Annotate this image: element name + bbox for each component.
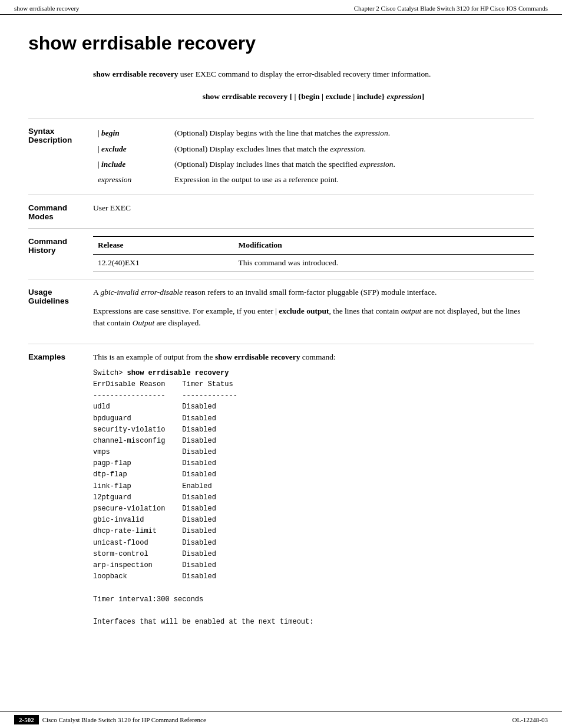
command-modes-value: User EXEC [93,203,131,212]
syntax-desc-expression: Expression in the output to use as a ref… [170,172,534,187]
usage-guidelines-content: A gbic-invalid error-disable reason refe… [93,286,534,337]
command-modes-label: Command Modes [28,202,93,221]
history-row-1: 12.2(40)EX1 This command was introduced. [93,254,534,271]
code-output: ErrDisable Reason Timer Status ---------… [93,380,313,626]
footer-center-text: Cisco Catalyst Blade Switch 3120 for HP … [42,716,206,723]
syntax-row-begin: | begin (Optional) Display begins with t… [93,126,534,141]
syntax-desc-begin: (Optional) Display begins with the line … [170,126,534,141]
history-header-row: Release Modification [93,236,534,254]
examples-intro: This is an example of output from the sh… [93,351,534,363]
footer-right-text: OL-12248-03 [513,716,548,723]
command-history-section: Command History Release Modification 12.… [28,228,534,279]
command-modes-content: User EXEC [93,202,534,221]
syntax-description-section: Syntax Description | begin (Optional) Di… [28,118,534,195]
intro-section: show errdisable recovery user EXEC comma… [93,68,534,80]
history-col-release: Release [93,236,234,254]
header-left: show errdisable recovery [14,5,80,12]
command-modes-section: Command Modes User EXEC [28,195,534,228]
usage-guidelines-label: Usage Guidelines [28,286,93,337]
syntax-description-content: | begin (Optional) Display begins with t… [93,126,534,187]
page-footer: 2-502 Cisco Catalyst Blade Switch 3120 f… [0,711,562,728]
page-title: show errdisable recovery [28,32,534,54]
history-table: Release Modification 12.2(40)EX1 This co… [93,236,534,272]
usage-guidelines-section: Usage Guidelines A gbic-invalid error-di… [28,279,534,344]
footer-left: 2-502 Cisco Catalyst Blade Switch 3120 f… [14,715,206,724]
examples-code-block: Switch> show errdisable recovery ErrDisa… [93,368,534,628]
examples-content: This is an example of output from the sh… [93,351,534,628]
history-mod-1: This command was introduced. [234,254,534,271]
header-right: Chapter 2 Cisco Catalyst Blade Switch 31… [354,5,548,12]
syntax-cmd: show errdisable recovery [ | {begin | ex… [203,92,424,101]
code-command: show errdisable recovery [127,369,229,377]
history-col-modification: Modification [234,236,534,254]
page-content: show errdisable recovery show errdisable… [0,15,562,670]
syntax-param-expression: expression [93,172,170,187]
syntax-param-exclude: | exclude [93,141,170,157]
syntax-row-include: | include (Optional) Display includes li… [93,157,534,172]
syntax-table: | begin (Optional) Display begins with t… [93,126,534,187]
footer-page-num: 2-502 [14,715,39,724]
intro-bold: show errdisable recovery [93,70,178,78]
syntax-row-exclude: | exclude (Optional) Display excludes li… [93,141,534,157]
syntax-description-label: Syntax Description [28,126,93,187]
history-release-1: 12.2(40)EX1 [93,254,234,271]
examples-section: Examples This is an example of output fr… [28,344,534,635]
command-history-content: Release Modification 12.2(40)EX1 This co… [93,236,534,272]
command-history-label: Command History [28,236,93,272]
syntax-param-begin: | begin [93,126,170,141]
syntax-desc-include: (Optional) Display includes lines that m… [170,157,534,172]
usage-para-1: A gbic-invalid error-disable reason refe… [93,286,534,298]
syntax-desc-exclude: (Optional) Display excludes lines that m… [170,141,534,157]
code-prompt: Switch> [93,369,127,377]
intro-text-post: user EXEC command to display the error-d… [178,70,431,78]
syntax-row-expression: expression Expression in the output to u… [93,172,534,187]
examples-label: Examples [28,351,93,628]
syntax-box: show errdisable recovery [ | {begin | ex… [93,92,534,101]
syntax-param-include: | include [93,157,170,172]
usage-para-2: Expressions are case sensitive. For exam… [93,305,534,330]
page-header: show errdisable recovery Chapter 2 Cisco… [0,0,562,15]
